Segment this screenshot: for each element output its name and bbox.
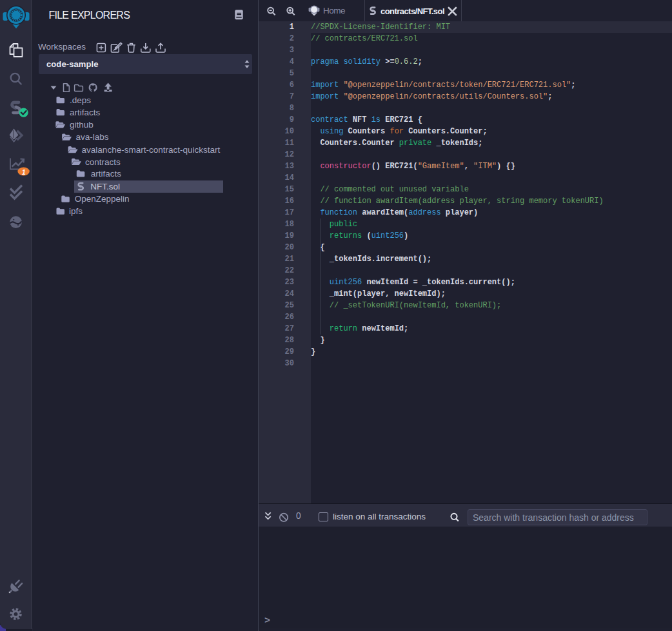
svg-text:1: 1 [22,169,26,176]
